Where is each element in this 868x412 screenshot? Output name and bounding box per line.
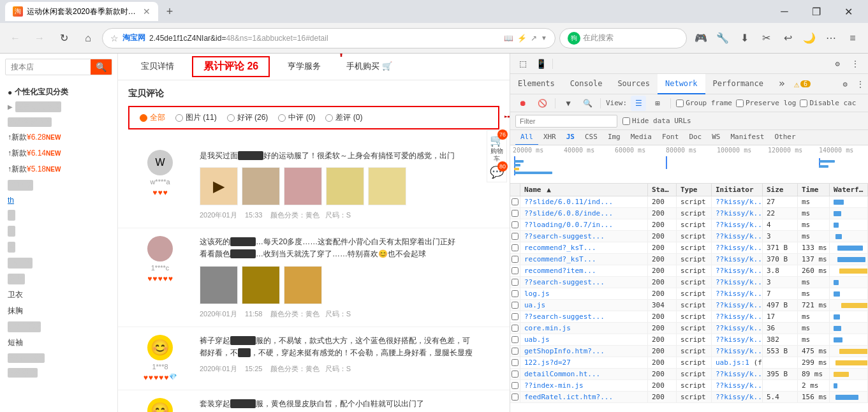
sidebar-search-btn[interactable]: 🔍 bbox=[91, 59, 112, 75]
row-name-link[interactable]: getShopInfo.htm?... bbox=[524, 347, 605, 355]
row-initiator-link[interactable]: ??kissy/k... bbox=[716, 267, 763, 275]
row-checkbox[interactable] bbox=[511, 394, 519, 401]
menu-icon[interactable]: ⋯ bbox=[821, 28, 841, 48]
tab-mobile[interactable]: 手机购买 🛒 bbox=[334, 54, 405, 80]
close-btn[interactable]: ✕ bbox=[834, 2, 863, 21]
hide-data-urls-checkbox[interactable]: Hide data URLs bbox=[622, 117, 691, 125]
device-btn[interactable]: 📱 bbox=[533, 56, 548, 71]
type-tab-css[interactable]: CSS bbox=[580, 130, 603, 145]
row-name-link[interactable]: recommend?_ksT... bbox=[524, 255, 596, 263]
network-row[interactable]: ??search-suggest... 200 script ??kissy/k… bbox=[510, 277, 868, 288]
sidebar-search[interactable]: 🔍 bbox=[5, 59, 112, 75]
sidebar-item[interactable]: 按价格 按收藏 bbox=[0, 115, 117, 129]
row-name-link[interactable]: recommend?_ksT... bbox=[524, 244, 596, 252]
row-initiator-link[interactable]: ??kissy/k... bbox=[716, 278, 763, 286]
row-checkbox[interactable] bbox=[511, 290, 519, 297]
preserve-log-input[interactable] bbox=[736, 99, 744, 107]
filter-icon[interactable]: ▼ bbox=[561, 96, 576, 111]
disable-cache-input[interactable] bbox=[800, 99, 807, 107]
record-btn[interactable]: ⏺ bbox=[515, 96, 531, 111]
network-row[interactable]: core.min.js 200 script ??kissy/k... (fro… bbox=[510, 323, 868, 334]
disable-cache-checkbox[interactable]: Disable cac bbox=[800, 99, 856, 107]
type-tab-font[interactable]: Font bbox=[657, 130, 684, 145]
forward-btn[interactable]: → bbox=[29, 28, 50, 48]
sidebar-item[interactable]: 半身裙 情 bbox=[0, 365, 117, 380]
network-row[interactable]: recommend?_ksT... 200 script ??kissy/k..… bbox=[510, 242, 868, 254]
network-row[interactable]: ??index-min.js 200 script ??kissy/k... (… bbox=[510, 380, 868, 392]
sidebar-item[interactable]: 长袖 打底裤 bbox=[0, 351, 117, 365]
row-name-link[interactable]: recommend?item... bbox=[524, 267, 596, 275]
sidebar-item-new1[interactable]: ↑新款¥6.28NEW bbox=[0, 129, 117, 145]
sidebar-item-weiy[interactable]: 卫衣 bbox=[0, 287, 117, 303]
row-name-link[interactable]: detailCommon.ht... bbox=[524, 370, 600, 378]
row-name-link[interactable]: ??index-min.js bbox=[524, 381, 584, 390]
active-tab[interactable]: 淘 运动休闲套装2020春季新款时尚洋气... ✕ bbox=[5, 2, 158, 21]
type-tab-manifest[interactable]: Manifest bbox=[726, 130, 770, 145]
sidebar-search-input[interactable] bbox=[6, 60, 91, 74]
row-checkbox[interactable] bbox=[511, 302, 519, 309]
network-row[interactable]: recommend?_ksT... 200 script ??kissy/k..… bbox=[510, 254, 868, 265]
filter-input[interactable] bbox=[515, 115, 617, 128]
search-icon[interactable]: 🔍 bbox=[580, 96, 595, 111]
review-image[interactable] bbox=[284, 167, 322, 205]
sidebar-item[interactable]: BOT 下装 bbox=[0, 319, 117, 335]
group-frame-input[interactable] bbox=[676, 99, 684, 107]
hide-data-urls-input[interactable] bbox=[622, 117, 630, 125]
row-checkbox[interactable] bbox=[511, 348, 519, 355]
row-initiator-link[interactable]: ??kissy/k... bbox=[716, 255, 763, 263]
row-checkbox[interactable] bbox=[511, 336, 519, 343]
row-name-link[interactable]: ??search-suggest... bbox=[524, 232, 605, 240]
extension-icon[interactable]: 🔧 bbox=[712, 28, 733, 48]
back-btn[interactable]: ← bbox=[5, 28, 26, 48]
type-tab-xhr[interactable]: XHR bbox=[538, 130, 561, 145]
row-checkbox[interactable] bbox=[511, 325, 519, 332]
sidebar-item-new2[interactable]: ↑新款¥6.14NEW bbox=[0, 145, 117, 161]
row-initiator-link[interactable]: ??kissy/k... bbox=[716, 290, 763, 298]
sidebar-personal-category[interactable]: ● 个性化宝贝分类 bbox=[0, 83, 117, 99]
inspect-btn[interactable]: ⬚ bbox=[515, 56, 531, 71]
row-name-link[interactable]: ??loading/0.0.7/in... bbox=[524, 221, 613, 229]
address-bar[interactable]: ☆ 淘宝网 2.45de1f1cZ4NIar&id=48&ns=1&abbuck… bbox=[102, 28, 555, 48]
type-tab-media[interactable]: Media bbox=[626, 130, 657, 145]
type-tab-other[interactable]: Other bbox=[769, 130, 800, 145]
network-row[interactable]: ??slide/6.0.11/ind... 200 script ??kissy… bbox=[510, 196, 868, 208]
sidebar-item-moxiong[interactable]: 抹胸 bbox=[0, 303, 117, 319]
group-frame-checkbox[interactable]: Group frame bbox=[676, 99, 732, 107]
row-checkbox[interactable] bbox=[511, 359, 519, 366]
tab-more[interactable]: » bbox=[771, 74, 793, 94]
scissors-icon[interactable]: ✂ bbox=[756, 28, 776, 48]
sidebar-item-new3[interactable]: ↑新款¥5.18NEW bbox=[0, 161, 117, 177]
grid-view-icon[interactable]: ⊞ bbox=[650, 96, 665, 111]
header-name[interactable]: Name ▲ bbox=[520, 184, 648, 196]
home-btn[interactable]: ⌂ bbox=[78, 28, 98, 48]
row-checkbox[interactable] bbox=[511, 198, 519, 205]
moon-icon[interactable]: 🌙 bbox=[799, 28, 820, 48]
type-tab-all[interactable]: All bbox=[515, 130, 538, 145]
filter-all[interactable]: 全部 bbox=[140, 112, 165, 123]
review-image[interactable] bbox=[200, 266, 238, 304]
filter-neutral[interactable]: 中评 (0) bbox=[278, 112, 315, 123]
network-row[interactable]: getShopInfo.htm?... 200 script ??kissy/k… bbox=[510, 346, 868, 357]
row-initiator-link[interactable]: ??kissy/k... bbox=[716, 370, 763, 378]
row-checkbox[interactable] bbox=[511, 256, 519, 263]
tab-sources[interactable]: Sources bbox=[610, 74, 658, 94]
type-tab-js[interactable]: JS bbox=[561, 130, 580, 145]
sidebar-item[interactable]: th bbox=[0, 193, 117, 207]
sidebar-item[interactable]: 担 bbox=[0, 207, 117, 223]
row-name-link[interactable]: feedRatel.ict.htm?... bbox=[524, 393, 613, 401]
tab-performance[interactable]: Performance bbox=[705, 74, 771, 94]
type-tab-img[interactable]: Img bbox=[603, 130, 626, 145]
row-checkbox[interactable] bbox=[511, 371, 519, 378]
network-row[interactable]: recommend?item... 200 script ??kissy/k..… bbox=[510, 265, 868, 277]
sidebar-item-duanxiu[interactable]: 短袖 bbox=[0, 335, 117, 351]
tab-network[interactable]: Network bbox=[658, 74, 705, 94]
row-checkbox[interactable] bbox=[511, 313, 519, 320]
sidebar-item[interactable]: 宫 bbox=[0, 239, 117, 255]
network-row[interactable]: ??search-suggest... 200 script ??kissy/k… bbox=[510, 231, 868, 242]
network-row[interactable]: feedRatel.ict.htm?... 200 script ??kissy… bbox=[510, 392, 868, 403]
tab-elements[interactable]: Elements bbox=[510, 74, 563, 94]
filter-bad[interactable]: 差评 (0) bbox=[325, 112, 362, 123]
header-initiator[interactable]: Initiator bbox=[712, 184, 763, 196]
network-row[interactable]: log.js 200 script ??kissy/k... (fro... 7… bbox=[510, 288, 868, 300]
row-checkbox[interactable] bbox=[511, 244, 519, 251]
